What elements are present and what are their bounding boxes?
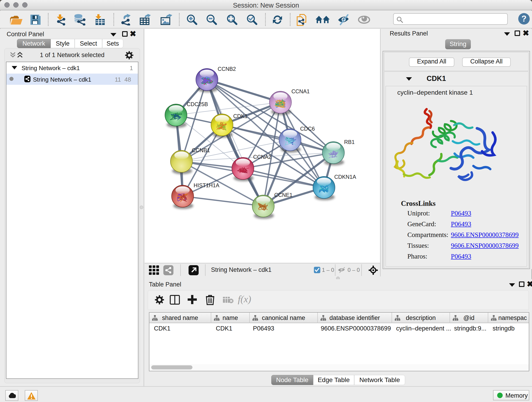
svg-text:CCNE1: CCNE1 bbox=[274, 192, 293, 198]
svg-text:CCNA2: CCNA2 bbox=[253, 154, 272, 160]
svg-text:HIST1H1A: HIST1H1A bbox=[194, 182, 220, 188]
svg-text:CCNB1: CCNB1 bbox=[192, 147, 210, 153]
svg-text:CDC6: CDC6 bbox=[300, 126, 315, 132]
svg-text:CCNB2: CCNB2 bbox=[218, 66, 236, 72]
svg-text:CDKN1A: CDKN1A bbox=[334, 174, 356, 180]
svg-text:CDC25B: CDC25B bbox=[187, 101, 208, 107]
svg-text:RB1: RB1 bbox=[344, 139, 355, 145]
svg-text:CDK1: CDK1 bbox=[233, 113, 248, 119]
svg-text:CCNA1: CCNA1 bbox=[291, 89, 310, 95]
